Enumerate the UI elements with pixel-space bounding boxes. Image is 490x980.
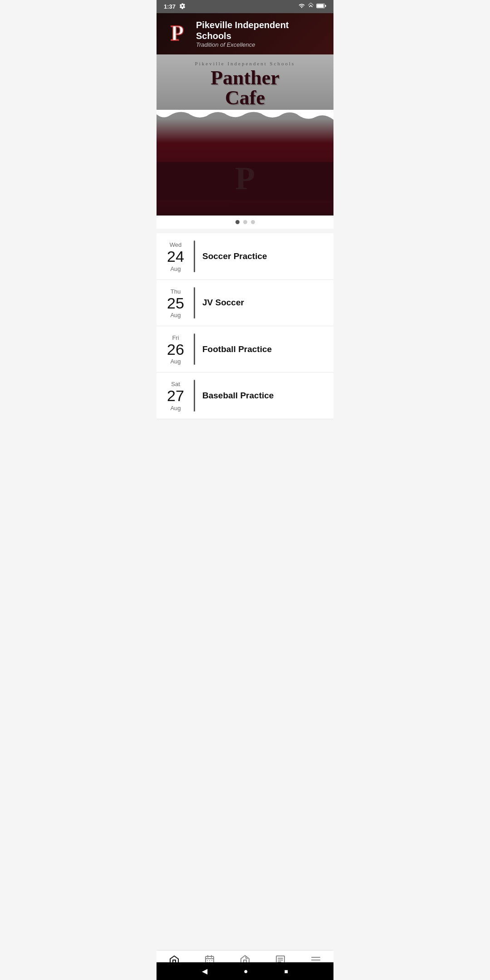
app-title: Pikeville Independent Schools (196, 20, 325, 41)
battery-icon (316, 3, 326, 10)
hero-image: Pikeville Independent Schools Panther Ca… (157, 54, 333, 216)
event-item[interactable]: Thu 25 Aug JV Soccer (157, 280, 333, 326)
event-title: Baseball Practice (202, 391, 274, 401)
wifi-icon (298, 3, 305, 10)
event-title: Soccer Practice (202, 251, 267, 261)
events-list: Wed 24 Aug Soccer Practice Thu 25 Aug JV… (157, 233, 333, 419)
event-date: Thu 25 Aug (165, 287, 186, 318)
event-day-num: 25 (167, 295, 184, 312)
event-title-wrap: Soccer Practice (202, 240, 325, 272)
slide-dot-3[interactable] (251, 220, 255, 224)
event-day-name: Thu (171, 288, 181, 295)
event-item[interactable]: Sat 27 Aug Baseball Practice (157, 372, 333, 419)
status-bar: 1:37 (157, 0, 333, 13)
hero-school-label: Pikeville Independent Schools (164, 61, 326, 66)
hero-slideshow[interactable]: Pikeville Independent Schools Panther Ca… (157, 54, 333, 229)
hero-main-title: Panther Cafe (164, 68, 326, 108)
event-month: Aug (170, 265, 181, 272)
svg-rect-1 (325, 5, 326, 7)
time-display: 1:37 (164, 3, 176, 10)
header-text-block: Pikeville Independent Schools Tradition … (196, 20, 325, 48)
signal-icon (308, 3, 314, 10)
hero-content: Pikeville Independent Schools Panther Ca… (157, 54, 333, 108)
event-title: Football Practice (202, 344, 272, 354)
event-day-num: 24 (167, 248, 184, 265)
svg-rect-2 (317, 4, 323, 8)
event-divider (194, 333, 195, 365)
event-item[interactable]: Fri 26 Aug Football Practice (157, 326, 333, 372)
event-month: Aug (170, 358, 181, 365)
event-day-num: 26 (167, 341, 184, 358)
gear-icon (179, 3, 186, 10)
event-date: Wed 24 Aug (165, 240, 186, 272)
event-month: Aug (170, 405, 181, 412)
status-bar-right (298, 3, 326, 10)
event-title-wrap: JV Soccer (202, 287, 325, 318)
event-date: Fri 26 Aug (165, 333, 186, 365)
event-divider (194, 240, 195, 272)
event-day-name: Sat (171, 381, 180, 387)
event-date: Sat 27 Aug (165, 380, 186, 411)
event-day-name: Fri (172, 334, 179, 341)
event-title: JV Soccer (202, 298, 244, 308)
app-header: P Pikeville Independent Schools Traditio… (157, 13, 333, 54)
event-divider (194, 380, 195, 411)
slide-dot-2[interactable] (243, 220, 247, 224)
slide-dot-1[interactable] (235, 220, 240, 224)
event-month: Aug (170, 312, 181, 318)
p-watermark: P (157, 162, 333, 195)
app-tagline: Tradition of Excellence (196, 41, 325, 48)
event-day-num: 27 (167, 387, 184, 404)
svg-text:P: P (171, 21, 184, 45)
event-title-wrap: Baseball Practice (202, 380, 325, 411)
event-day-name: Wed (170, 241, 182, 248)
school-logo: P (165, 21, 190, 46)
event-title-wrap: Football Practice (202, 333, 325, 365)
event-item[interactable]: Wed 24 Aug Soccer Practice (157, 233, 333, 279)
event-divider (194, 287, 195, 318)
slide-indicators[interactable] (157, 216, 333, 229)
status-bar-left: 1:37 (164, 3, 186, 10)
